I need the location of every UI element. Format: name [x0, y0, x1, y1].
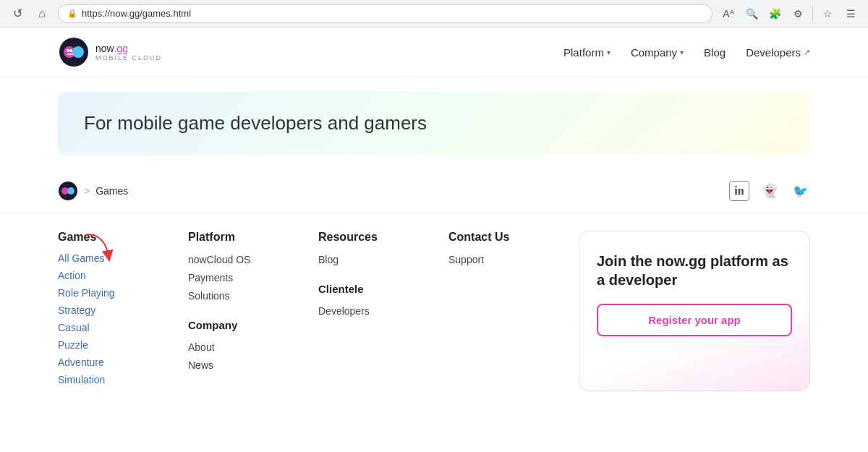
browser-right-icons: Aᴬ 🔍 🧩 ⚙ ☆ ☰	[718, 4, 861, 24]
extensions-button[interactable]: 🧩	[765, 4, 785, 24]
contact-col-title: Contact Us	[448, 231, 535, 244]
breadcrumb-games: Games	[95, 185, 128, 197]
linkedin-icon[interactable]: in	[729, 181, 749, 201]
logo-sub: MOBILE CLOUD	[95, 54, 162, 61]
menu-role-playing[interactable]: Role Playing	[58, 287, 159, 299]
developer-card: Join the now.gg platform as a developer …	[579, 231, 810, 391]
platform-column: Platform nowCloud OS Payments Solutions …	[188, 231, 275, 391]
svg-point-2	[72, 46, 84, 58]
url-text: https://now.gg/games.html	[82, 8, 191, 19]
logo-area[interactable]: now.gg MOBILE CLOUD	[58, 36, 162, 68]
nav-company[interactable]: Company ▾	[631, 46, 684, 59]
all-games-wrapper: All Games	[58, 252, 105, 270]
link-blog[interactable]: Blog	[318, 254, 405, 265]
link-payments[interactable]: Payments	[188, 272, 275, 283]
browser-menu-button[interactable]: ☰	[841, 4, 861, 24]
logo-gg: .gg	[114, 43, 128, 54]
breadcrumb-logo-icon[interactable]	[58, 181, 78, 201]
middle-columns: Platform nowCloud OS Payments Solutions …	[188, 231, 550, 391]
page-wrapper: now.gg MOBILE CLOUD Platform ▾ Company ▾…	[0, 27, 868, 452]
breadcrumb-row: > Games in 👻 🐦	[0, 169, 868, 213]
menu-strategy[interactable]: Strategy	[58, 304, 159, 316]
developer-card-title: Join the now.gg platform as a developer	[597, 252, 792, 289]
logo-icon	[58, 36, 90, 68]
platform-col-title: Platform	[188, 231, 275, 244]
svg-point-4	[69, 49, 72, 52]
logo-now: now	[95, 43, 114, 54]
menu-casual[interactable]: Casual	[58, 322, 159, 333]
nav-blog[interactable]: Blog	[704, 46, 726, 59]
breadcrumb: > Games	[58, 181, 128, 201]
address-bar[interactable]: 🔒 https://now.gg/games.html	[58, 4, 712, 23]
main-nav: Platform ▾ Company ▾ Blog Developers ↗	[563, 46, 810, 59]
link-about[interactable]: About	[188, 341, 275, 353]
reload-button[interactable]: ↺	[7, 4, 27, 24]
browser-controls: ↺ ⌂	[7, 4, 52, 24]
resources-col-title: Resources	[318, 231, 405, 244]
link-news[interactable]: News	[188, 359, 275, 371]
home-button[interactable]: ⌂	[32, 4, 52, 24]
register-app-button[interactable]: Register your app	[597, 304, 792, 336]
resources-column: Resources Blog Clientele Developers	[318, 231, 405, 391]
settings-button[interactable]: ⚙	[788, 4, 808, 24]
link-developers[interactable]: Developers	[318, 305, 405, 317]
nav-platform[interactable]: Platform ▾	[563, 46, 610, 59]
zoom-button[interactable]: 🔍	[741, 4, 762, 24]
divider	[812, 7, 813, 21]
main-content: Games All Games Action Role Playing Stra…	[0, 219, 868, 403]
favorites-button[interactable]: ☆	[817, 4, 838, 24]
site-header: now.gg MOBILE CLOUD Platform ▾ Company ▾…	[0, 27, 868, 77]
link-support[interactable]: Support	[448, 254, 535, 265]
company-chevron: ▾	[680, 48, 684, 56]
contact-column: Contact Us Support	[448, 231, 535, 391]
menu-simulation[interactable]: Simulation	[58, 374, 159, 385]
menu-puzzle[interactable]: Puzzle	[58, 339, 159, 351]
nav-developers[interactable]: Developers ↗	[746, 46, 810, 59]
developers-ext-icon: ↗	[804, 48, 810, 57]
lock-icon: 🔒	[67, 9, 77, 18]
menu-adventure[interactable]: Adventure	[58, 357, 159, 368]
hero-title: For mobile game developers and gamers	[84, 112, 784, 135]
svg-rect-5	[67, 54, 73, 55]
menu-action[interactable]: Action	[58, 270, 159, 281]
link-solutions[interactable]: Solutions	[188, 290, 275, 302]
company-subsection-title: Company	[188, 319, 275, 331]
clientele-subsection-title: Clientele	[318, 283, 405, 295]
platform-chevron: ▾	[607, 48, 610, 56]
breadcrumb-separator: >	[84, 185, 90, 197]
snapchat-icon[interactable]: 👻	[760, 181, 780, 201]
red-arrow-annotation	[80, 231, 116, 263]
browser-chrome: ↺ ⌂ 🔒 https://now.gg/games.html Aᴬ 🔍 🧩 ⚙…	[0, 0, 868, 27]
twitter-icon[interactable]: 🐦	[790, 181, 810, 201]
social-icons: in 👻 🐦	[729, 181, 810, 201]
svg-point-3	[67, 49, 69, 52]
hero-banner: For mobile game developers and gamers	[58, 92, 810, 155]
link-nowcloud-os[interactable]: nowCloud OS	[188, 254, 275, 265]
games-menu: Games All Games Action Role Playing Stra…	[58, 231, 159, 391]
logo-text: now.gg MOBILE CLOUD	[95, 43, 162, 61]
svg-point-8	[67, 187, 75, 195]
aa-button[interactable]: Aᴬ	[718, 4, 739, 24]
